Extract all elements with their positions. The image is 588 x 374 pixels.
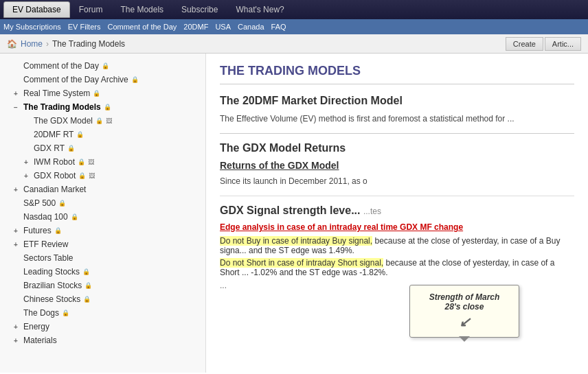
nav-whats-new[interactable]: What's New?: [227, 1, 293, 18]
image-icon: 🖼: [88, 159, 94, 165]
sidebar-item-nasdaq100[interactable]: Nasdaq 100 🔒: [0, 210, 205, 224]
secnav-usa[interactable]: USA: [215, 23, 231, 31]
sidebar-item-the-dogs[interactable]: The Dogs 🔒: [0, 306, 205, 320]
breadcrumb: 🏠 Home › The Trading Models: [7, 39, 125, 49]
secnav-ev-filters[interactable]: EV Filters: [68, 23, 101, 31]
sidebar-item-gdx-model[interactable]: The GDX Model 🔒 🖼: [0, 114, 205, 128]
placeholder-icon: [14, 309, 21, 317]
secnav-my-subscriptions[interactable]: My Subscriptions: [3, 23, 61, 31]
nav-forum[interactable]: Forum: [70, 1, 112, 18]
sidebar-item-sectors-table[interactable]: Sectors Table: [0, 251, 205, 265]
sidebar-label-nasdaq100: Nasdaq 100: [23, 212, 68, 222]
lock-icon: 🔒: [78, 159, 85, 165]
article-button[interactable]: Artic...: [545, 37, 581, 51]
breadcrumb-current-page: The Trading Models: [52, 39, 125, 49]
section2-title: The GDX Model Returns: [220, 142, 574, 154]
placeholder-icon: [14, 268, 21, 276]
sidebar-label-gdx-robot: GDX Robot: [34, 171, 76, 180]
image-icon: 🖼: [106, 117, 112, 124]
secondary-navigation: My Subscriptions EV Filters Comment of t…: [0, 19, 588, 34]
image-icon: 🖼: [89, 172, 95, 179]
lock-icon: 🔒: [83, 296, 91, 303]
expand-icon: +: [14, 337, 21, 344]
main-content: THE TRADING MODELS The 20DMF Market Dire…: [206, 54, 588, 373]
section2-text: Since its launch in December 2011, as o: [220, 175, 574, 187]
sidebar-label-comment-of-day: Comment of the Day: [23, 61, 99, 71]
signal-title: GDX Signal strength leve... ...tes: [220, 204, 574, 217]
sidebar-label-comment-archive: Comment of the Day Archive: [23, 75, 128, 84]
create-button[interactable]: Create: [506, 37, 543, 51]
sidebar-item-sp500[interactable]: S&P 500 🔒: [0, 196, 205, 210]
sidebar-label-20dmf-rt: 20DMF RT: [34, 130, 74, 139]
top-navigation: EV Database Forum The Models Subscribe W…: [0, 0, 588, 19]
secnav-20dmf[interactable]: 20DMF: [183, 23, 208, 31]
sidebar-label-sp500: S&P 500: [23, 198, 56, 208]
signal-section: GDX Signal strength leve... ...tes Edge …: [220, 196, 574, 290]
secnav-comment-of-day[interactable]: Comment of the Day: [107, 23, 177, 31]
placeholder-icon: [14, 62, 21, 70]
expand-icon: +: [14, 323, 21, 331]
lock-icon: 🔒: [93, 90, 100, 97]
nav-the-models[interactable]: The Models: [111, 1, 172, 18]
nav-ev-database[interactable]: EV Database: [3, 1, 70, 18]
ellipsis: ...: [220, 281, 574, 290]
sidebar-item-trading-models[interactable]: − The Trading Models 🔒: [0, 100, 205, 114]
expand-icon: +: [24, 159, 31, 166]
sidebar-label-canadian-market: Canadian Market: [23, 185, 86, 194]
sidebar-label-real-time-system: Real Time System: [23, 89, 90, 98]
placeholder-icon: [14, 200, 21, 207]
lock-icon: 🔒: [71, 213, 78, 220]
section1-text: The Effective Volume (EV) method is firs…: [220, 113, 574, 125]
sidebar-label-trading-models: The Trading Models: [23, 102, 101, 112]
callout-arrow-icon: ↙: [420, 314, 508, 330]
lock-icon: 🔒: [131, 76, 139, 83]
highlight-short-signal: Do not Short in case of intraday Short s…: [220, 258, 383, 268]
breadcrumb-separator: ›: [46, 39, 49, 49]
sidebar-item-futures[interactable]: + Futures 🔒: [0, 224, 205, 237]
lock-icon: 🔒: [95, 117, 103, 124]
page-title: THE TRADING MODELS: [220, 64, 574, 84]
sidebar-label-iwm-robot: IWM Robot: [34, 157, 75, 167]
sidebar-label-futures: Futures: [23, 226, 52, 235]
secnav-canada[interactable]: Canada: [238, 23, 264, 31]
sidebar-item-20dmf-rt[interactable]: 20DMF RT 🔒: [0, 128, 205, 141]
sidebar-label-chinese-stocks: Chinese Stocks: [23, 294, 80, 304]
sidebar-item-etf-review[interactable]: + ETF Review: [0, 237, 205, 251]
sidebar-item-canadian-market[interactable]: + Canadian Market: [0, 183, 205, 196]
main-layout: Comment of the Day 🔒 Comment of the Day …: [0, 54, 588, 373]
sidebar-item-gdx-robot[interactable]: + GDX Robot 🔒 🖼: [0, 169, 205, 183]
secnav-faq[interactable]: FAQ: [271, 23, 286, 31]
expand-icon: +: [14, 241, 21, 248]
sidebar-item-comment-of-day[interactable]: Comment of the Day 🔒: [0, 59, 205, 73]
section2-subtitle: Returns of the GDX Model: [220, 160, 574, 171]
lock-icon: 🔒: [78, 172, 86, 179]
placeholder-icon: [24, 131, 31, 139]
sidebar-item-iwm-robot[interactable]: + IWM Robot 🔒 🖼: [0, 155, 205, 169]
lock-icon: 🔒: [54, 227, 62, 234]
sidebar-item-comment-archive[interactable]: Comment of the Day Archive 🔒: [0, 73, 205, 86]
lock-icon: 🔒: [104, 104, 111, 110]
placeholder-icon: [24, 117, 31, 125]
lock-icon: 🔒: [58, 200, 66, 207]
signal-text-1: Do not Buy in case of intraday Buy signa…: [220, 236, 574, 255]
sidebar-item-leading-stocks[interactable]: Leading Stocks 🔒: [0, 265, 205, 279]
sidebar-label-sectors-table: Sectors Table: [23, 253, 74, 263]
breadcrumb-home-link[interactable]: Home: [21, 39, 43, 49]
placeholder-icon: [14, 296, 21, 303]
nav-subscribe[interactable]: Subscribe: [172, 1, 227, 18]
expand-icon: +: [24, 172, 31, 180]
sidebar-item-real-time-system[interactable]: + Real Time System 🔒: [0, 86, 205, 100]
sidebar-label-gdx-rt: GDX RT: [34, 143, 65, 153]
signal-text-2: Do not Short in case of intraday Short s…: [220, 258, 574, 277]
sidebar-item-brazilian-stocks[interactable]: Brazilian Stocks 🔒: [0, 279, 205, 292]
sidebar-item-gdx-rt[interactable]: GDX RT 🔒: [0, 141, 205, 155]
sidebar-item-energy[interactable]: + Energy: [0, 320, 205, 334]
sidebar-item-chinese-stocks[interactable]: Chinese Stocks 🔒: [0, 292, 205, 306]
lock-icon: 🔒: [82, 268, 90, 275]
sidebar-label-gdx-model: The GDX Model: [34, 116, 93, 126]
lock-icon: 🔒: [67, 145, 75, 152]
lock-icon: 🔒: [84, 282, 92, 289]
expand-icon: +: [14, 90, 21, 97]
sidebar-label-etf-review: ETF Review: [23, 239, 68, 249]
sidebar-item-materials[interactable]: + Materials: [0, 334, 205, 347]
